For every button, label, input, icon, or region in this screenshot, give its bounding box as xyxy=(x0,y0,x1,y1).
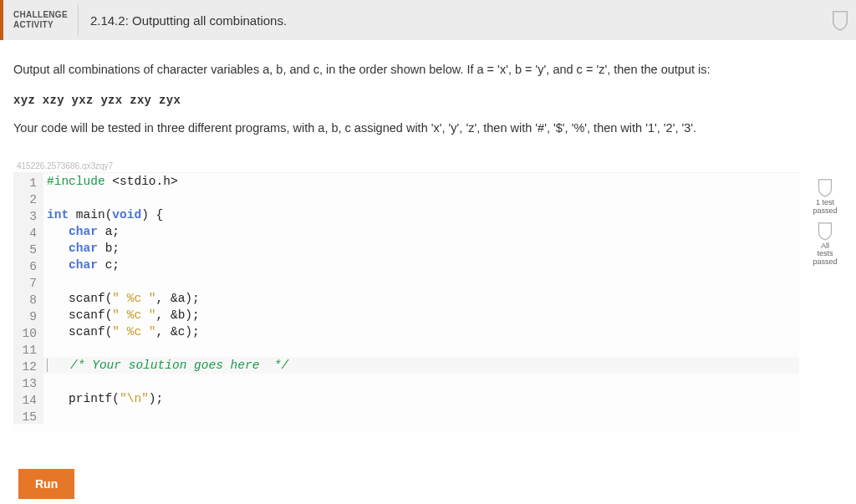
code-line[interactable]: 15 xyxy=(13,407,799,424)
challenge-label-bottom: ACTIVITY xyxy=(13,20,68,30)
code-line[interactable]: 8 scanf(" %c ", &a); xyxy=(13,290,799,307)
shield-icon xyxy=(831,9,849,31)
line-number: 7 xyxy=(13,273,43,290)
code-line[interactable]: 14 printf("\n"); xyxy=(13,390,799,407)
code-line[interactable]: 4 char a; xyxy=(13,223,799,240)
challenge-label: CHALLENGE ACTIVITY xyxy=(3,0,78,40)
line-number: 4 xyxy=(13,223,43,240)
code-editor[interactable]: 1#include <stdio.h>23int main(void) {4 c… xyxy=(13,172,799,431)
code-line[interactable]: 13 xyxy=(13,374,799,390)
line-number: 6 xyxy=(13,257,43,273)
text-cursor xyxy=(47,359,48,372)
code-content[interactable] xyxy=(43,190,799,206)
code-content[interactable]: scanf(" %c ", &b); xyxy=(43,307,799,323)
run-button[interactable]: Run xyxy=(18,469,74,499)
code-content[interactable]: scanf(" %c ", &c); xyxy=(43,323,799,340)
code-line[interactable]: 7 xyxy=(13,273,799,290)
code-content[interactable] xyxy=(43,374,799,390)
code-line[interactable]: 9 scanf(" %c ", &b); xyxy=(13,307,799,323)
completion-shield xyxy=(824,0,856,40)
line-number: 10 xyxy=(13,323,43,340)
shield-icon xyxy=(817,221,833,241)
code-line[interactable]: 1#include <stdio.h> xyxy=(13,173,799,190)
code-content[interactable]: scanf(" %c ", &a); xyxy=(43,290,799,307)
line-number: 8 xyxy=(13,290,43,307)
code-content[interactable]: /* Your solution goes here */ xyxy=(43,357,799,374)
code-content[interactable] xyxy=(43,407,799,424)
code-content[interactable]: printf("\n"); xyxy=(43,390,799,407)
instruction-p1: Output all combinations of character var… xyxy=(13,60,843,79)
code-content[interactable] xyxy=(43,273,799,290)
line-number: 5 xyxy=(13,240,43,257)
editor-hash: 415226.2573686.qx3zqy7 xyxy=(17,161,843,171)
challenge-label-top: CHALLENGE xyxy=(13,10,68,20)
code-content[interactable]: char c; xyxy=(43,257,799,273)
code-line[interactable]: 11 xyxy=(13,340,799,357)
test-badge-1-label: 1 test passed xyxy=(813,199,837,216)
line-number: 11 xyxy=(13,340,43,357)
code-line[interactable]: 2 xyxy=(13,190,799,206)
test-badge-2: All tests passed xyxy=(813,221,838,267)
test-badge-1: 1 test passed xyxy=(813,177,838,216)
code-content[interactable]: char b; xyxy=(43,240,799,257)
line-number: 2 xyxy=(13,190,43,206)
shield-icon xyxy=(817,177,833,197)
challenge-header: CHALLENGE ACTIVITY 2.14.2: Outputting al… xyxy=(0,0,856,40)
instruction-p2: Your code will be tested in three differ… xyxy=(13,119,843,138)
expected-output: xyz xzy yxz yzx zxy zyx xyxy=(13,91,843,109)
line-number: 15 xyxy=(13,407,43,424)
code-line[interactable]: 10 scanf(" %c ", &c); xyxy=(13,323,799,340)
line-number: 1 xyxy=(13,173,43,190)
code-content[interactable] xyxy=(43,340,799,357)
instructions: Output all combinations of character var… xyxy=(13,60,843,138)
line-number: 14 xyxy=(13,390,43,407)
line-number: 9 xyxy=(13,307,43,323)
challenge-title: 2.14.2: Outputting all combinations. xyxy=(79,0,298,40)
code-content[interactable]: int main(void) { xyxy=(43,206,799,223)
line-number: 3 xyxy=(13,206,43,223)
code-content[interactable]: char a; xyxy=(43,223,799,240)
line-number: 12 xyxy=(13,357,43,374)
line-number: 13 xyxy=(13,374,43,390)
code-line[interactable]: 6 char c; xyxy=(13,257,799,273)
code-line[interactable]: 5 char b; xyxy=(13,240,799,257)
status-sidebar: 1 test passed All tests passed xyxy=(808,172,843,431)
code-line[interactable]: 3int main(void) { xyxy=(13,206,799,223)
code-content[interactable]: #include <stdio.h> xyxy=(43,173,799,190)
code-line[interactable]: 12 /* Your solution goes here */ xyxy=(13,357,799,374)
test-badge-2-label: All tests passed xyxy=(813,242,838,267)
